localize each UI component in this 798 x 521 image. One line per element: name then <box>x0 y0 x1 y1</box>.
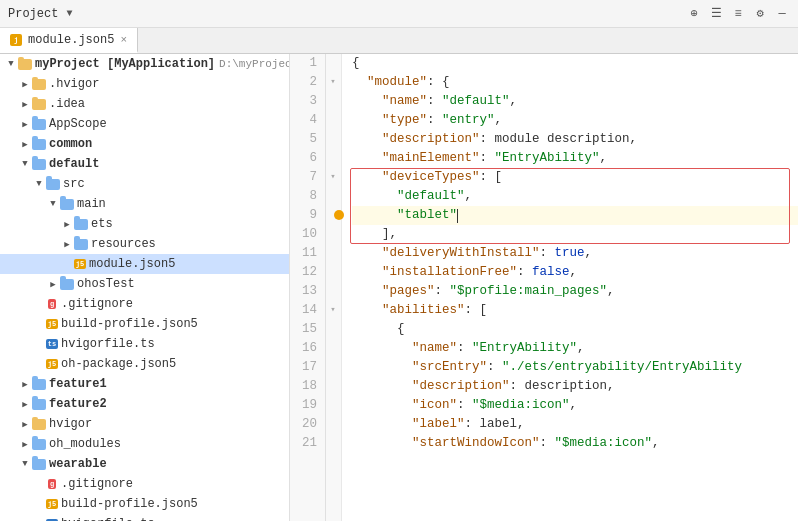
gitignore-label: .gitignore <box>61 297 133 311</box>
settings-icon[interactable]: ⚙ <box>752 6 768 22</box>
code-token: "default" <box>397 187 465 206</box>
code-token: , <box>585 244 593 263</box>
code-token: { <box>352 54 360 73</box>
code-token <box>352 149 382 168</box>
minimize-icon[interactable]: — <box>774 6 790 22</box>
ets-folder-icon <box>74 219 88 230</box>
buildprofile-w-label: build-profile.json5 <box>61 497 198 511</box>
code-token: : <box>480 149 495 168</box>
sidebar-item-feature2[interactable]: feature2 <box>0 394 289 414</box>
linenum-19: 19 <box>298 396 317 415</box>
sidebar-item-oh-modules[interactable]: oh_modules <box>0 434 289 454</box>
fold-3 <box>326 92 340 111</box>
code-token: : <box>427 92 442 111</box>
sidebar-item-gitignore[interactable]: g .gitignore <box>0 294 289 314</box>
root-path: D:\myProject <box>219 58 290 70</box>
code-line-8: "default", <box>352 187 798 206</box>
sidebar-item-ets[interactable]: ets <box>0 214 289 234</box>
dropdown-arrow[interactable]: ▼ <box>66 8 72 19</box>
linenum-12: 12 <box>298 263 317 282</box>
sidebar-item-buildprofile-w[interactable]: j5 build-profile.json5 <box>0 494 289 514</box>
code-token: "deviceTypes" <box>382 168 480 187</box>
gitignore-file-icon: g <box>46 297 58 311</box>
code-token: "installationFree" <box>382 263 517 282</box>
feature2-folder-icon <box>32 399 46 410</box>
code-token <box>352 187 397 206</box>
align-icon[interactable]: ≡ <box>730 6 746 22</box>
sidebar-item-resources[interactable]: resources <box>0 234 289 254</box>
code-token: "deliveryWithInstall" <box>382 244 540 263</box>
linenum-8: 8 <box>298 187 317 206</box>
code-token: : <box>427 111 442 130</box>
linenum-4: 4 <box>298 111 317 130</box>
sidebar-item-module-json5[interactable]: j5 module.json5 <box>0 254 289 274</box>
sidebar-item-wearable[interactable]: wearable <box>0 454 289 474</box>
resources-arrow <box>60 237 74 251</box>
hvigorfile-w-label: hvigorfile.ts <box>61 517 155 521</box>
appscope-folder-icon <box>32 119 46 130</box>
linenum-1: 1 <box>298 54 317 73</box>
code-token: "type" <box>382 111 427 130</box>
sidebar-item-ohostest[interactable]: ohosTest <box>0 274 289 294</box>
feature2-label: feature2 <box>49 397 107 411</box>
sidebar-item-gitignore-w[interactable]: g .gitignore <box>0 474 289 494</box>
ohmodules-arrow <box>18 437 32 451</box>
appscope-arrow <box>18 117 32 131</box>
code-token: , <box>652 434 660 453</box>
linenum-5: 5 <box>298 130 317 149</box>
sidebar-item-main[interactable]: main <box>0 194 289 214</box>
fold-1[interactable] <box>326 54 340 73</box>
hvigor2-arrow <box>18 417 32 431</box>
code-token <box>352 225 382 244</box>
list-icon[interactable]: ☰ <box>708 6 724 22</box>
ohostest-folder-icon <box>60 279 74 290</box>
code-token: : <box>517 263 532 282</box>
code-token: "EntryAbility" <box>472 339 577 358</box>
sidebar-item-hvigor2[interactable]: hvigor <box>0 414 289 434</box>
code-line-14: "abilities": [ <box>352 301 798 320</box>
code-token: : <box>457 396 472 415</box>
sidebar-item-buildprofile[interactable]: j5 build-profile.json5 <box>0 314 289 334</box>
hvigorfile-label: hvigorfile.ts <box>61 337 155 351</box>
code-token: , <box>465 187 473 206</box>
fold-14[interactable]: ▾ <box>326 301 340 320</box>
sidebar-item-default[interactable]: default <box>0 154 289 174</box>
code-token <box>352 92 382 111</box>
root-arrow <box>4 57 18 71</box>
sidebar-item-ohpackage[interactable]: j5 oh-package.json5 <box>0 354 289 374</box>
wearable-folder-icon <box>32 459 46 470</box>
sidebar-item-src[interactable]: src <box>0 174 289 194</box>
code-token: : <box>435 282 450 301</box>
tab-close-button[interactable]: × <box>120 34 127 46</box>
sidebar-item-hvigor[interactable]: .hvigor <box>0 74 289 94</box>
tab-module-json5[interactable]: j module.json5 × <box>0 28 138 53</box>
code-line-19: "icon": "$media:icon", <box>352 396 798 415</box>
code-token: , <box>570 263 578 282</box>
sidebar-item-hvigorfile[interactable]: ts hvigorfile.ts <box>0 334 289 354</box>
title-bar-icons: ⊕ ☰ ≡ ⚙ — <box>686 6 790 22</box>
project-label: Project <box>8 7 58 21</box>
code-token: "$profile:main_pages" <box>450 282 608 301</box>
code-line-9: "tablet" <box>352 206 798 225</box>
feature1-arrow <box>18 377 32 391</box>
sidebar-item-feature1[interactable]: feature1 <box>0 374 289 394</box>
code-area[interactable]: { "module": { "name": "default", "type":… <box>342 54 798 521</box>
sidebar-item-common[interactable]: common <box>0 134 289 154</box>
code-token: "./ets/entryability/EntryAbility <box>502 358 742 377</box>
tree-root[interactable]: myProject [MyApplication] D:\myProject <box>0 54 289 74</box>
hvigorfile-file-icon: ts <box>46 337 58 351</box>
fold-2[interactable]: ▾ <box>326 73 340 92</box>
sidebar-item-appscope[interactable]: AppScope <box>0 114 289 134</box>
code-token <box>352 263 382 282</box>
sidebar-item-hvigorfile-w[interactable]: ts hvigorfile.ts <box>0 514 289 521</box>
sidebar-item-idea[interactable]: .idea <box>0 94 289 114</box>
orange-dot <box>334 210 344 220</box>
code-token: : description, <box>510 377 615 396</box>
code-token: "tablet" <box>397 206 457 225</box>
fold-7[interactable]: ▾ <box>326 168 340 187</box>
new-icon[interactable]: ⊕ <box>686 6 702 22</box>
linenum-20: 20 <box>298 415 317 434</box>
fold-11 <box>326 244 340 263</box>
code-token: "pages" <box>382 282 435 301</box>
appscope-label: AppScope <box>49 117 107 131</box>
